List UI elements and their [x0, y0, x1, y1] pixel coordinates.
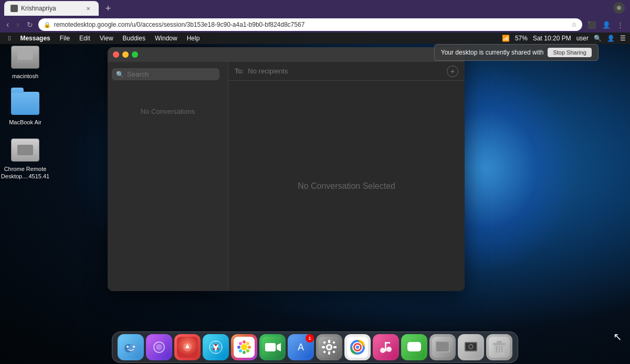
- chrome-badge: [613, 2, 625, 14]
- dock-music-icon[interactable]: [373, 334, 399, 360]
- dock-finder-icon[interactable]: [118, 334, 144, 360]
- dock-siri-icon[interactable]: [146, 334, 172, 360]
- svg-rect-71: [497, 341, 502, 344]
- dock-trash-icon[interactable]: [486, 334, 512, 360]
- search-menu-icon[interactable]: 🔍: [594, 35, 602, 42]
- dock-safari-icon[interactable]: [203, 334, 229, 360]
- window-maximize-button[interactable]: [132, 51, 138, 58]
- window-menu[interactable]: Window: [151, 35, 182, 42]
- dock-disk-icon[interactable]: [429, 334, 456, 360]
- svg-rect-57: [385, 342, 390, 344]
- bookmark-icon[interactable]: ☆: [571, 21, 577, 28]
- user-label: user: [576, 35, 589, 42]
- help-menu[interactable]: Help: [183, 35, 204, 42]
- view-menu[interactable]: View: [96, 35, 118, 42]
- to-bar: To: +: [228, 62, 465, 81]
- svg-point-8: [127, 346, 129, 348]
- messages-menu[interactable]: Messages: [16, 35, 54, 42]
- window-minimize-button[interactable]: [122, 51, 129, 58]
- macbook-air-icon[interactable]: MacBook Air: [4, 90, 46, 126]
- messages-titlebar: [108, 47, 465, 62]
- active-tab[interactable]: Krishnapriya ✕: [4, 1, 99, 16]
- file-menu[interactable]: File: [56, 35, 74, 42]
- notification-center-icon[interactable]: ☰: [620, 35, 626, 42]
- chrome-browser-frame: Krishnapriya ✕ + ‹ › ↻ 🔒 remotedesktop.g…: [0, 0, 630, 33]
- search-bar-wrapper: 🔍: [108, 64, 224, 84]
- notification-icon[interactable]: 👤: [607, 35, 615, 42]
- nav-back-button[interactable]: ‹: [4, 20, 11, 29]
- svg-point-26: [237, 346, 240, 349]
- svg-rect-59: [407, 342, 421, 351]
- svg-point-54: [380, 348, 385, 353]
- svg-rect-43: [333, 346, 337, 348]
- menu-icon[interactable]: ⋮: [615, 21, 626, 29]
- dock-chrome-icon[interactable]: [344, 334, 371, 360]
- svg-point-52: [356, 346, 359, 349]
- macintosh-icon-img: [9, 44, 41, 70]
- macintosh-icon[interactable]: macintosh: [4, 44, 46, 80]
- svg-rect-41: [328, 351, 330, 355]
- dock-prefs-icon[interactable]: [316, 334, 342, 360]
- to-input[interactable]: [248, 67, 443, 75]
- add-recipient-button[interactable]: +: [447, 66, 458, 77]
- dock-capture-icon[interactable]: [458, 334, 484, 360]
- remote-icon-img: [9, 137, 41, 163]
- svg-text:A: A: [298, 342, 304, 352]
- battery-label: 57%: [515, 35, 528, 42]
- datetime-label: Sat 10:20 PM: [533, 35, 571, 42]
- dock-messages-icon[interactable]: [401, 334, 427, 360]
- lock-icon: 🔒: [44, 22, 51, 28]
- macbook-air-label: MacBook Air: [9, 119, 41, 126]
- dock: A 1: [112, 331, 518, 363]
- window-close-button[interactable]: [113, 51, 119, 58]
- no-conversations-text: No Conversations: [108, 87, 228, 291]
- dock-photos-icon[interactable]: [231, 334, 257, 360]
- svg-point-9: [133, 346, 135, 348]
- address-bar[interactable]: 🔒 remotedesktop.google.com/u/0/access/se…: [38, 18, 582, 31]
- stop-sharing-button[interactable]: Stop Sharing: [548, 48, 592, 57]
- apple-menu[interactable]: : [4, 35, 15, 42]
- search-icon: 🔍: [116, 71, 124, 78]
- svg-point-27: [248, 346, 251, 349]
- new-tab-button[interactable]: +: [101, 1, 116, 16]
- profile-icon[interactable]: 👤: [600, 21, 613, 29]
- chrome-remote-icon[interactable]: Chrome RemoteDesktop....4515.41: [4, 137, 46, 180]
- svg-point-12: [156, 344, 162, 350]
- svg-point-0: [12, 6, 17, 11]
- desktop-icons-container: macintosh MacBook Air Chrome RemoteDeskt…: [4, 44, 46, 180]
- mac-menu-bar:  Messages File Edit View Buddies Window…: [0, 33, 630, 44]
- messages-main-pane: To: + No Conversation Selected: [228, 62, 465, 291]
- nav-forward-button[interactable]: ›: [14, 20, 21, 29]
- dock-appstore-icon[interactable]: A 1: [288, 334, 314, 360]
- buddies-menu[interactable]: Buddies: [119, 35, 150, 42]
- extensions-icon[interactable]: ⬛: [585, 21, 598, 29]
- svg-point-29: [246, 342, 249, 345]
- svg-rect-42: [322, 346, 325, 348]
- shared-desktop-notification: Your desktop is currently shared with St…: [434, 44, 598, 61]
- dock-facetime-icon[interactable]: [259, 334, 286, 360]
- address-bar-icons: ☆: [571, 21, 577, 28]
- tab-close-button[interactable]: ✕: [84, 4, 92, 13]
- svg-point-31: [246, 349, 249, 352]
- svg-point-7: [129, 344, 137, 352]
- appstore-badge: 1: [306, 334, 314, 342]
- hdd-shape: [11, 46, 39, 69]
- svg-point-28: [239, 342, 242, 345]
- search-bar: 🔍: [112, 68, 219, 80]
- tab-bar: Krishnapriya ✕ +: [0, 0, 630, 17]
- svg-point-23: [241, 344, 247, 350]
- shared-text: Your desktop is currently shared with: [441, 49, 544, 56]
- folder-shape: [11, 92, 39, 115]
- search-compose-row: 🔍: [108, 62, 228, 87]
- chrome-remote-label: Chrome RemoteDesktop....4515.41: [1, 165, 49, 180]
- nav-refresh-button[interactable]: ↻: [25, 20, 35, 29]
- tab-title: Krishnapriya: [21, 5, 81, 12]
- dock-launchpad-icon[interactable]: [174, 334, 201, 360]
- svg-rect-33: [265, 343, 276, 351]
- svg-rect-66: [466, 343, 476, 350]
- remote-shape: [11, 138, 39, 162]
- svg-point-25: [243, 351, 246, 354]
- search-input[interactable]: [127, 70, 215, 78]
- tab-favicon: [10, 5, 18, 12]
- edit-menu[interactable]: Edit: [75, 35, 94, 42]
